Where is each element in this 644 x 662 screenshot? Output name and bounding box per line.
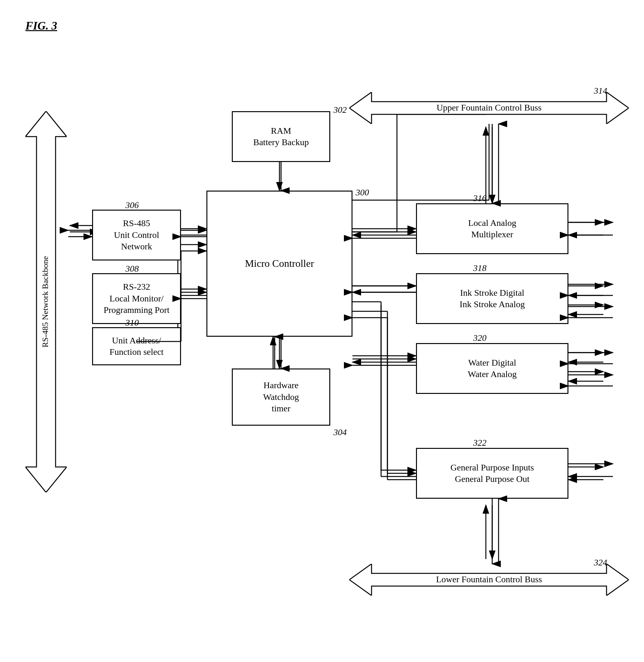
upper-buss-svg: Upper Fountain Control Buss (349, 92, 629, 124)
hardware-watchdog-ref: 304 (334, 427, 347, 437)
upper-buss-ref: 314 (594, 86, 607, 96)
local-analog-mux-ref: 316 (473, 193, 486, 203)
rs485-ucn-label: RS-485 Unit Control Network (114, 218, 159, 252)
general-purpose-ref: 322 (473, 438, 486, 448)
ram-battery-backup-label: RAM Battery Backup (253, 125, 309, 149)
rs485-ucn-box: RS-485 Unit Control Network (92, 210, 181, 260)
local-analog-mux-box: Local Analog Multiplexer (416, 203, 569, 254)
hardware-watchdog-box: Hardware Watchdog timer (232, 368, 330, 426)
lower-fountain-buss-container: Lower Fountain Control Buss (349, 564, 629, 596)
micro-controller-label: Micro Controller (245, 257, 314, 270)
hardware-watchdog-label: Hardware Watchdog timer (263, 380, 299, 414)
water-ref: 320 (473, 333, 486, 343)
unit-address-label: Unit Address/ Function select (110, 335, 164, 358)
rs485-ref: 306 (125, 200, 139, 210)
unit-address-box: Unit Address/ Function select (92, 327, 181, 365)
ink-stroke-ref: 318 (473, 263, 486, 273)
figure-label: FIG. 3 (25, 19, 57, 32)
general-purpose-box: General Purpose Inputs General Purpose O… (416, 448, 569, 499)
rs232-ref: 308 (125, 264, 139, 274)
rs232-label: RS-232 Local Monitor/ Programming Port (104, 281, 169, 316)
ink-stroke-label: Ink Stroke Digital Ink Stroke Analog (460, 287, 525, 310)
water-label: Water Digital Water Analog (468, 357, 517, 380)
ram-backup-ref: 302 (334, 105, 347, 115)
unit-address-ref: 310 (125, 318, 139, 328)
rs232-box: RS-232 Local Monitor/ Programming Port (92, 273, 181, 324)
micro-controller-box: Micro Controller (206, 190, 352, 337)
ram-battery-backup-box: RAM Battery Backup (232, 111, 330, 162)
svg-text:Lower Fountain Control Buss: Lower Fountain Control Buss (436, 574, 542, 584)
ink-stroke-box: Ink Stroke Digital Ink Stroke Analog (416, 273, 569, 324)
general-purpose-label: General Purpose Inputs General Purpose O… (451, 462, 534, 485)
rs485-backbone-box: RS-485 Network Backbone (25, 111, 67, 493)
lower-buss-ref: 324 (594, 557, 607, 568)
rs485-backbone-arrow-svg: RS-485 Network Backbone (25, 111, 67, 493)
lower-buss-svg: Lower Fountain Control Buss (349, 564, 629, 596)
local-analog-mux-label: Local Analog Multiplexer (468, 217, 516, 241)
water-box: Water Digital Water Analog (416, 343, 569, 394)
micro-controller-ref: 300 (356, 187, 369, 198)
upper-fountain-buss-container: Upper Fountain Control Buss (349, 92, 629, 124)
svg-text:Upper Fountain Control Buss: Upper Fountain Control Buss (437, 102, 542, 112)
svg-text:RS-485 Network Backbone: RS-485 Network Backbone (41, 256, 50, 347)
